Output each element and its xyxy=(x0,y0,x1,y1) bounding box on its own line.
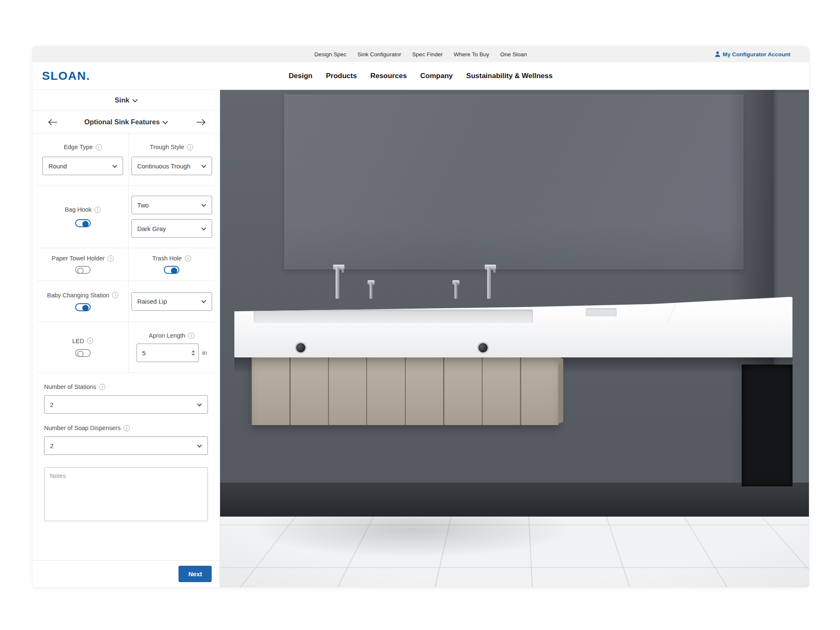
nav-design[interactable]: Design xyxy=(289,72,312,80)
bag-hook-color-select[interactable]: Dark Gray xyxy=(131,219,212,238)
section-edge-trough: Edge Type Round Trough Style Continuous … xyxy=(37,134,215,186)
arrow-right-icon xyxy=(196,119,205,126)
next-step-arrow[interactable] xyxy=(196,119,205,126)
apron-length-label-row: Apron Length xyxy=(149,332,194,339)
edge-type-field: Edge Type Round xyxy=(37,134,129,185)
dispenser-stem xyxy=(370,283,373,299)
3d-viewport[interactable] xyxy=(220,90,809,587)
chevron-down-icon xyxy=(202,164,206,168)
info-icon[interactable] xyxy=(188,333,194,339)
nav-products[interactable]: Products xyxy=(326,72,357,80)
bag-hook-options: Two Dark Gray xyxy=(129,186,215,248)
info-icon[interactable] xyxy=(87,338,93,344)
trough-style-label-row: Trough Style xyxy=(150,144,194,150)
section-bag-hook: Bag Hook Two Dark Gray xyxy=(37,186,215,248)
utility-link-sink-configurator[interactable]: Sink Configurator xyxy=(357,51,401,58)
apron-drain-right xyxy=(478,343,488,352)
account-link[interactable]: My Configurator Account xyxy=(715,46,791,62)
notes-input[interactable] xyxy=(44,467,208,521)
number-of-soap-dispensers-select[interactable]: 2 xyxy=(44,436,208,455)
utility-link-where-to-buy[interactable]: Where To Buy xyxy=(454,51,489,58)
step-title-dropdown[interactable]: Optional Sink Features xyxy=(84,118,168,126)
led-toggle[interactable] xyxy=(75,349,91,357)
faucet-right xyxy=(481,265,498,299)
user-icon xyxy=(715,51,720,57)
utility-link-one-sloan[interactable]: One Sloan xyxy=(500,51,527,58)
product-selector-label: Sink xyxy=(115,96,129,104)
nav-sustainability[interactable]: Sustainability & Wellness xyxy=(466,72,553,80)
info-icon[interactable] xyxy=(99,384,105,390)
paper-towel-holder-toggle[interactable] xyxy=(75,266,91,274)
previous-step-arrow[interactable] xyxy=(48,119,58,126)
arrow-left-icon xyxy=(48,119,58,126)
main-header: SLOAN. Design Products Resources Company… xyxy=(32,62,809,90)
chevron-down-icon xyxy=(202,226,206,231)
trash-hole-toggle[interactable] xyxy=(164,266,179,274)
trash-hole-cutout xyxy=(586,308,617,316)
apron-length-stepper[interactable] xyxy=(191,349,196,357)
section-baby-changing: Baby Changing Station Raised Lip xyxy=(37,281,215,322)
nav-resources[interactable]: Resources xyxy=(370,72,407,80)
bag-hook-label: Bag Hook xyxy=(65,206,92,213)
chevron-down-icon xyxy=(197,402,202,407)
utility-link-design-spec[interactable]: Design Spec xyxy=(315,51,347,58)
product-selector[interactable]: Sink xyxy=(115,96,137,104)
paper-towel-holder-label: Paper Towel Holder xyxy=(52,255,105,262)
apron-length-box xyxy=(136,344,199,362)
bag-hook-count-select[interactable]: Two xyxy=(131,196,212,214)
bag-hook-label-row: Bag Hook xyxy=(65,206,101,213)
sidebar-footer: Next xyxy=(32,560,220,587)
utility-link-spec-finder[interactable]: Spec Finder xyxy=(412,51,443,58)
baby-changing-style-select[interactable]: Raised Lip xyxy=(131,292,212,311)
baby-changing-station-label: Baby Changing Station xyxy=(47,292,109,299)
stepper-up-icon[interactable] xyxy=(192,350,195,352)
chevron-down-icon xyxy=(197,444,202,448)
section-led-apron: LED Apron Length xyxy=(37,322,215,373)
info-icon[interactable] xyxy=(112,292,118,298)
number-of-stations-select[interactable]: 2 xyxy=(44,395,208,414)
edge-type-label-row: Edge Type xyxy=(64,144,102,150)
trash-hole-label-row: Trash Hole xyxy=(152,255,191,262)
sidebar-spacer xyxy=(32,523,220,560)
step-title: Optional Sink Features xyxy=(84,118,160,126)
baby-changing-station-label-row: Baby Changing Station xyxy=(47,292,118,299)
info-icon[interactable] xyxy=(108,255,114,262)
faucet-stem xyxy=(487,268,491,299)
info-icon[interactable] xyxy=(185,255,191,262)
account-label: My Configurator Account xyxy=(723,51,791,58)
baby-changing-style-field: Raised Lip xyxy=(129,281,215,322)
baby-changing-station-toggle[interactable] xyxy=(75,303,91,311)
sloan-logo[interactable]: SLOAN. xyxy=(42,69,90,83)
mirror xyxy=(284,94,744,270)
edge-type-select[interactable]: Round xyxy=(42,157,123,175)
next-button[interactable]: Next xyxy=(178,566,212,582)
stepper-down-icon[interactable] xyxy=(192,354,195,356)
chevron-down-icon xyxy=(202,203,206,207)
bag-hook-count-value: Two xyxy=(137,202,149,209)
info-icon[interactable] xyxy=(96,144,102,150)
vanity-cabinet-side xyxy=(558,357,564,424)
edge-type-value: Round xyxy=(48,163,67,170)
info-icon[interactable] xyxy=(94,207,101,213)
vanity-cabinet xyxy=(251,356,559,425)
baby-changing-style-value: Raised Lip xyxy=(137,298,167,305)
bag-hook-toggle[interactable] xyxy=(75,219,91,227)
number-of-stations-label: Number of Stations xyxy=(44,383,96,390)
baby-changing-station-field: Baby Changing Station xyxy=(37,281,129,322)
paper-towel-holder-field: Paper Towel Holder xyxy=(37,248,129,281)
paper-towel-holder-label-row: Paper Towel Holder xyxy=(52,255,114,262)
chevron-down-icon xyxy=(113,164,117,168)
content-area: Sink Optional Sink Features xyxy=(32,90,809,587)
info-icon[interactable] xyxy=(123,425,130,431)
apron-length-input[interactable] xyxy=(142,349,191,357)
nav-company[interactable]: Company xyxy=(420,72,453,80)
info-icon[interactable] xyxy=(187,144,193,150)
number-of-stations-label-row: Number of Stations xyxy=(44,383,208,390)
section-towel-trash: Paper Towel Holder Trash Hole xyxy=(37,248,215,281)
apron-length-unit: in xyxy=(202,349,207,356)
notes-field xyxy=(32,455,220,523)
trough-style-select[interactable]: Continuous Trough xyxy=(131,157,212,175)
number-of-soap-dispensers-label-row: Number of Soap Dispensers xyxy=(44,425,208,431)
bag-hook-field: Bag Hook xyxy=(37,186,129,248)
baseboard xyxy=(220,483,809,517)
